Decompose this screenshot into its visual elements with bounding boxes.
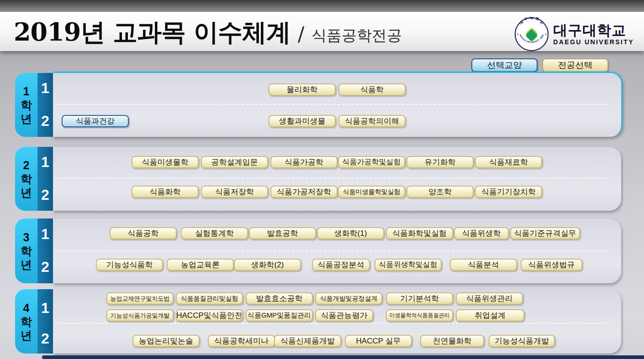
- course-box: 식품공학의이해: [338, 115, 406, 127]
- year-4-panel: 농업교재연구및지도법식품품질관리및실험발효효소공학식품개발및공정설계기기분석학식…: [15, 289, 621, 354]
- year-label-char: 학: [15, 244, 37, 258]
- course-box: 식품학: [338, 83, 406, 96]
- year-label-char: 3: [15, 230, 37, 244]
- course-box: 식품위생법규: [521, 259, 582, 271]
- year-label-char: 년: [15, 112, 37, 125]
- year-label: 2학년: [15, 158, 37, 199]
- semester-1-number: 1: [37, 153, 53, 171]
- course-box: 취업설계: [456, 309, 524, 322]
- course-box: 식품기준규격실무: [510, 227, 580, 239]
- year-label-char: 4: [15, 301, 37, 315]
- semester-1-number: 1: [37, 299, 53, 317]
- year-label-char: 학: [15, 98, 37, 112]
- course-box: 양조학: [406, 186, 474, 198]
- semester-divider: [55, 104, 609, 105]
- curriculum-panels: 물리화학식품학식품과건강생활과미생물식품공학의이해1학년12식품미생물학공학설계…: [0, 0, 644, 359]
- year-4-body: 농업교재연구및지도법식품품질관리및실험발효효소공학식품개발및공정설계기기분석학식…: [53, 289, 621, 354]
- year-label-char: 년: [15, 328, 37, 342]
- course-box: 식품화학: [132, 186, 199, 198]
- year-3-panel: 식품공학실험통계학발효공학생화학(1)식품화학및실험식품위생학식품기준규격실무기…: [15, 219, 621, 283]
- course-box: 공학설계입문: [201, 156, 268, 168]
- year-label-char: 학: [15, 315, 37, 328]
- course-box: 식품기기장치학: [475, 186, 542, 198]
- semester-divider: [55, 178, 609, 179]
- semester-1-number: 1: [37, 225, 53, 243]
- year-label-char: 년: [15, 186, 37, 199]
- course-box: 식품저장학: [201, 186, 268, 198]
- course-box: 생화학(1): [317, 227, 384, 239]
- semester-1-number: 1: [37, 79, 53, 97]
- course-box: 기능성식품가공및개발: [106, 309, 174, 322]
- year-2-body: 식품미생물학공학설계입문식품가공학식품가공학및실험유기화학식품재료학식품화학식품…: [53, 147, 621, 211]
- course-box: 식품분석: [450, 259, 517, 271]
- course-box: HACCP및식품안전: [176, 309, 243, 322]
- course-box: 식품공정분석: [312, 259, 370, 271]
- year-1-body: 물리화학식품학식품과건강생활과미생물식품공학의이해: [53, 72, 623, 137]
- course-box: 식품가공학및실험: [338, 156, 405, 168]
- course-box: 식품GMP및품질관리: [246, 309, 313, 322]
- semester-2-number: 2: [37, 258, 53, 276]
- year-label: 4학년: [15, 301, 37, 342]
- course-box: 식품가공저장학: [270, 186, 338, 198]
- bottom-accent-bar: [42, 355, 644, 359]
- course-box: 식품품질관리및실험: [176, 292, 243, 305]
- course-box: 농업교육론: [167, 259, 234, 271]
- year-label-char: 학: [15, 172, 37, 186]
- course-box: 식품위생학및실험: [375, 259, 442, 271]
- course-box: 식품관능평가: [315, 309, 373, 322]
- semester-divider: [55, 250, 609, 251]
- course-box: 발효효소공학: [246, 292, 313, 305]
- year-label-char: 2: [15, 158, 37, 172]
- year-1-panel: 물리화학식품학식품과건강생활과미생물식품공학의이해1학년12: [15, 73, 621, 137]
- course-box: 유기화학: [406, 156, 474, 168]
- course-box: 농업논리및논술: [132, 335, 200, 347]
- year-label-char: 년: [15, 258, 37, 271]
- course-box: 식품개발및공정설계: [315, 292, 382, 305]
- course-box: 농업교재연구및지도법: [106, 292, 174, 305]
- course-box: 식품미생물학: [132, 156, 199, 168]
- course-box: 식품신제품개발: [274, 335, 341, 347]
- semester-2-number: 2: [37, 112, 53, 130]
- semester-2-number: 2: [37, 186, 53, 204]
- course-box: 기기분석학: [386, 292, 453, 305]
- course-box: 식품과건강: [62, 115, 129, 127]
- course-box: HACCP 실무: [345, 335, 412, 347]
- course-box: 생활과미생물: [269, 115, 336, 127]
- course-box: 미생물학적식품품질관리: [386, 309, 453, 322]
- course-box: 기능성식품학: [96, 259, 163, 271]
- course-box: 식품미생물학및실험: [338, 186, 405, 198]
- course-box: 식품재료학: [475, 156, 542, 168]
- year-label: 3학년: [15, 230, 37, 271]
- year-label-char: 1: [15, 84, 37, 98]
- course-box: 식품화학및실험: [386, 227, 453, 239]
- course-box: 식품가공학: [270, 156, 338, 168]
- course-box: 기능성식품개발: [489, 335, 555, 347]
- year-label: 1학년: [15, 84, 37, 125]
- course-box: 식품위생관리: [456, 292, 523, 305]
- course-box: 식품공학세미나: [208, 335, 275, 347]
- course-box: 식품위생학: [454, 227, 509, 239]
- course-box: 천연물화학: [420, 335, 484, 347]
- year-3-body: 식품공학실험통계학발효공학생화학(1)식품화학및실험식품위생학식품기준규격실무기…: [53, 219, 621, 283]
- semester-2-number: 2: [37, 329, 53, 348]
- course-box: 실험통계학: [181, 227, 248, 239]
- course-box: 발효공학: [249, 227, 316, 239]
- course-box: 생화학(2): [234, 259, 301, 271]
- year-2-panel: 식품미생물학공학설계입문식품가공학식품가공학및실험유기화학식품재료학식품화학식품…: [15, 147, 621, 211]
- semester-divider: [55, 323, 609, 324]
- course-box: 식품공학: [110, 227, 177, 239]
- course-box: 물리화학: [269, 83, 336, 96]
